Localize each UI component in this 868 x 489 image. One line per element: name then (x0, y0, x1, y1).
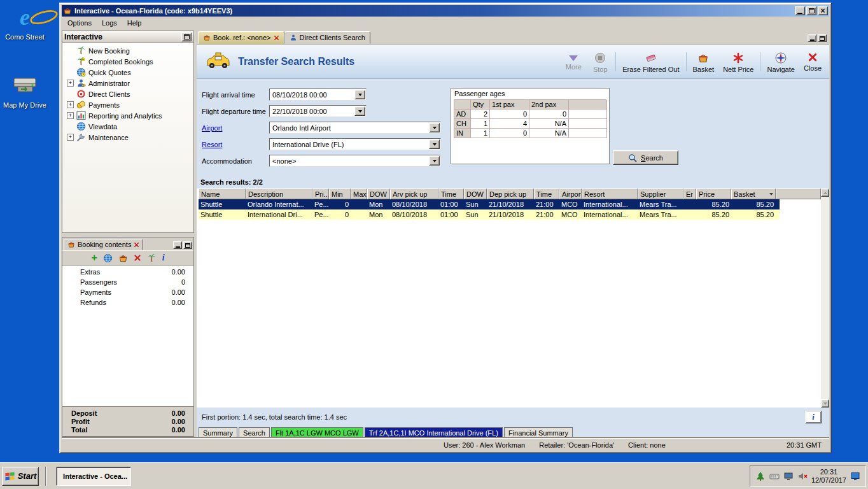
tab-booking-contents[interactable]: Booking contents (64, 239, 143, 250)
minimize-panel-button[interactable] (173, 241, 182, 249)
titlebar[interactable]: Interactive - Ocean-Florida (code: x9b14… (62, 5, 829, 17)
menu-logs[interactable]: Logs (97, 18, 122, 28)
chevron-down-icon[interactable] (429, 123, 440, 132)
sidebar-item-viewdata[interactable]: Viewdata (62, 121, 193, 132)
result-row[interactable]: Shuttle Orlando Internat... Pe... 0 Mon … (199, 199, 780, 209)
start-button[interactable]: Start (2, 467, 39, 486)
info-icon[interactable]: i (162, 253, 165, 263)
pax-cell[interactable]: 0 (490, 110, 529, 119)
list-item-extras[interactable]: Extras 0.00 (62, 267, 193, 277)
tab-transfer[interactable]: Trf 2A,1C,1I MCO International Drive (FL… (365, 427, 503, 438)
column-header-max[interactable]: Max (351, 188, 367, 199)
tab-summary[interactable]: Summary (199, 427, 237, 438)
close-tab-icon[interactable] (134, 242, 139, 248)
minimize-button[interactable] (795, 6, 805, 15)
column-header-pri[interactable]: Pri... (312, 188, 329, 199)
column-header-price[interactable]: Price (696, 188, 731, 199)
float-panel-button[interactable] (181, 32, 192, 41)
scroll-down-button[interactable] (821, 399, 829, 408)
accommodation-combo[interactable]: <none> (269, 155, 441, 167)
pax-cell[interactable]: 4 (490, 119, 529, 129)
column-header-name[interactable]: Name (199, 188, 246, 199)
nett-price-button[interactable]: Nett Price (719, 49, 757, 74)
search-button[interactable]: Search (613, 150, 678, 165)
expand-icon[interactable]: + (67, 80, 74, 87)
maximize-button[interactable] (806, 6, 816, 15)
pax-cell[interactable]: 1 (471, 119, 490, 129)
sidebar-item-direct-clients[interactable]: Direct Clients (62, 89, 193, 99)
restore-panel-button[interactable] (818, 34, 827, 42)
menu-options[interactable]: Options (62, 18, 97, 28)
column-header-description[interactable]: Description (246, 188, 312, 199)
taskbar-task-interactive[interactable]: Interactive - Ocea... (56, 467, 131, 486)
sidebar-item-administrator[interactable]: + Administrator (62, 78, 193, 89)
basket-add-icon[interactable] (118, 253, 128, 263)
column-header-er[interactable]: Er (683, 188, 696, 199)
departure-time-combo[interactable]: 22/10/2018 00:00 (269, 105, 367, 117)
column-header-dep-pickup[interactable]: Dep pick up (487, 188, 534, 199)
tab-flight[interactable]: Flt 1A,1C LGW MCO LGW (271, 427, 363, 438)
list-item-payments[interactable]: Payments 0.00 (62, 287, 193, 297)
minimize-panel-button[interactable] (808, 34, 816, 42)
sidebar-item-reporting-analytics[interactable]: + Reporting and Analytics (62, 110, 193, 121)
vertical-scrollbar[interactable] (821, 188, 829, 408)
more-button[interactable]: More (561, 49, 586, 74)
pax-cell[interactable]: 2 (471, 110, 490, 119)
delete-icon[interactable] (134, 254, 141, 262)
navigate-button[interactable]: Navigate (763, 49, 798, 74)
menu-help[interactable]: Help (122, 18, 147, 28)
erase-filtered-out-button[interactable]: Erase Filtered Out (619, 49, 683, 74)
column-header-min[interactable]: Min (329, 188, 351, 199)
list-item-refunds[interactable]: Refunds 0.00 (62, 297, 193, 308)
stop-button[interactable]: Stop (587, 49, 613, 74)
info-button[interactable]: i (805, 411, 822, 423)
volume-muted-icon[interactable] (797, 471, 808, 481)
column-header-arv-pickup[interactable]: Arv pick up (390, 188, 438, 199)
pax-cell[interactable]: N/A (529, 119, 569, 129)
pax-cell[interactable]: 0 (490, 129, 529, 138)
resort-link[interactable]: Resort (202, 141, 222, 148)
globe-icon[interactable] (103, 253, 113, 263)
column-header-supplier[interactable]: Supplier (638, 188, 683, 199)
pax-cell[interactable]: 1 (471, 129, 490, 138)
tab-direct-clients-search[interactable]: Direct Clients Search (284, 31, 370, 44)
monitor-icon[interactable] (850, 471, 860, 481)
list-item-passengers[interactable]: Passengers 0 (62, 277, 193, 287)
column-header-basket[interactable]: Basket (731, 188, 776, 199)
close-tab-icon[interactable] (274, 35, 279, 41)
chevron-down-icon[interactable] (354, 90, 365, 99)
column-header-resort[interactable]: Resort (582, 188, 638, 199)
desktop-icon-como-street[interactable]: e Como Street (0, 3, 50, 41)
tab-booking-ref[interactable]: Book. ref.: <none> (198, 31, 284, 44)
column-header-dow2[interactable]: DOW (464, 188, 487, 199)
chevron-down-icon[interactable] (354, 106, 365, 116)
palm-tree-icon[interactable] (147, 253, 157, 263)
resort-combo[interactable]: International Drive (FL) (269, 138, 441, 150)
column-header-airport[interactable]: Airport (559, 188, 582, 199)
add-icon[interactable]: + (91, 253, 97, 263)
keyboard-icon[interactable] (769, 471, 780, 481)
tray-tree-icon[interactable] (755, 471, 766, 481)
airport-link[interactable]: Airport (202, 124, 222, 132)
tab-search[interactable]: Search (239, 427, 270, 438)
tab-financial-summary[interactable]: Financial Summary (504, 427, 573, 438)
arrival-time-combo[interactable]: 08/10/2018 00:00 (269, 89, 367, 101)
airport-combo[interactable]: Orlando Intl Airport (269, 122, 441, 134)
result-row[interactable]: Shuttle International Dri... Pe... 0 Mon… (199, 209, 780, 220)
desktop-icon-map-my-drive[interactable]: Map My Drive (0, 71, 50, 109)
basket-button[interactable]: Basket (689, 49, 718, 74)
expand-icon[interactable]: + (67, 134, 74, 141)
float-panel-button[interactable] (183, 241, 192, 249)
column-header-dow[interactable]: DOW (367, 188, 390, 199)
close-button[interactable]: × (818, 6, 828, 15)
chevron-down-icon[interactable] (429, 156, 440, 166)
display-icon[interactable] (783, 471, 794, 481)
pax-cell[interactable]: 0 (529, 110, 569, 119)
column-header-time2[interactable]: Time (534, 188, 559, 199)
chevron-down-icon[interactable] (429, 139, 440, 149)
sidebar-item-completed-bookings[interactable]: Completed Bookings (62, 56, 193, 67)
scroll-up-button[interactable] (821, 188, 829, 197)
close-results-button[interactable]: Close (800, 49, 825, 74)
pax-cell[interactable]: N/A (529, 129, 569, 138)
expand-icon[interactable]: + (67, 112, 74, 119)
